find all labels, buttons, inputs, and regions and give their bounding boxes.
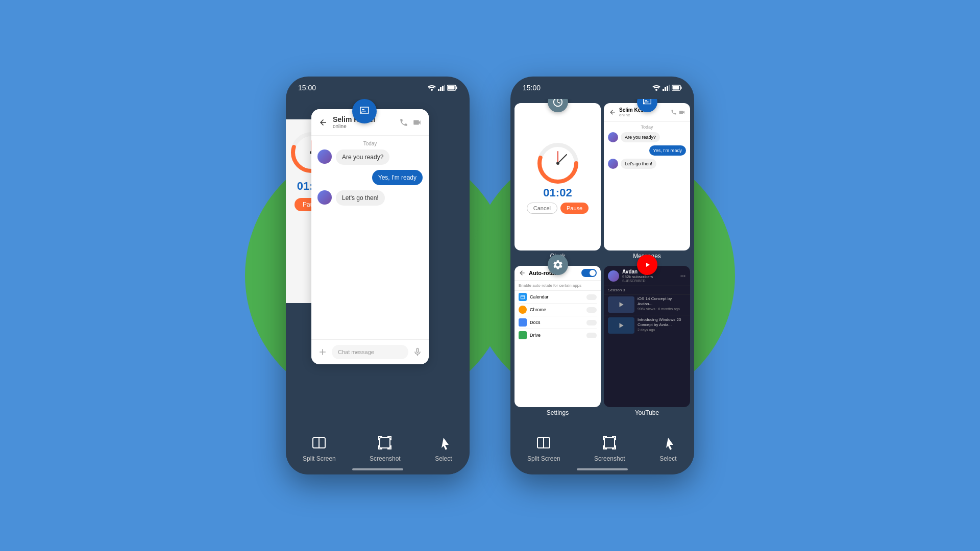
phone2: 15:00 — [510, 77, 694, 474]
svg-point-18 — [655, 89, 657, 91]
svg-rect-2 — [440, 87, 442, 91]
back-arrow-p2 — [609, 109, 616, 116]
svg-rect-33 — [645, 102, 648, 102]
clock-arc-svg-p2 — [535, 140, 581, 186]
video-icon-p2 — [679, 109, 685, 115]
drive-label-p2: Drive — [530, 333, 541, 338]
messages-inner-p2: Selim Kestel online — [604, 103, 690, 251]
phone1-messages-card[interactable]: Selim Kestel online — [311, 109, 429, 364]
phone1-time: 15:00 — [298, 84, 316, 92]
svg-rect-1 — [438, 89, 439, 91]
youtube-icon-p2 — [642, 261, 653, 269]
messages-input-area-p1: Chat message — [311, 339, 429, 364]
mic-icon-p1[interactable] — [412, 347, 423, 357]
play-icon-2 — [618, 322, 625, 329]
phone1-recents: 01:02 Pause — [286, 99, 470, 423]
bubble-received-2: Let's go then! — [336, 190, 385, 206]
play-icon-1 — [618, 301, 625, 308]
pause-btn-p2[interactable]: Pause — [560, 203, 589, 214]
add-icon-p1[interactable] — [317, 347, 328, 357]
phone1: 15:00 — [286, 77, 470, 474]
messages-icon-p2 — [642, 99, 653, 108]
drive-icon-p2 — [519, 331, 527, 339]
phone2-time: 15:00 — [523, 84, 541, 92]
screenshot-svg-p1 — [378, 436, 392, 450]
drive-toggle[interactable] — [586, 333, 597, 338]
svg-marker-42 — [620, 302, 624, 307]
yt-video-1[interactable]: iOS 14 Concept by Avdan... 996k views · … — [604, 294, 690, 315]
select-icon-p1 — [434, 434, 453, 452]
split-screen-icon-p1 — [310, 434, 328, 452]
chrome-icon-p2 — [519, 306, 527, 314]
nav-split-screen-p1[interactable]: Split Screen — [303, 434, 336, 462]
split-screen-icon-p2 — [534, 434, 553, 452]
yt-subscribed: SUBSCRIBED — [622, 279, 653, 283]
phone2-wrapper: 15:00 — [510, 77, 694, 474]
battery-icon-p2 — [672, 85, 682, 91]
yt-video-meta-2: 2 days ago — [638, 328, 686, 332]
p2-bubble-sent: Yes, I'm ready — [649, 145, 686, 156]
clock-inner-p2: 01:02 Cancel Pause — [514, 103, 601, 251]
messages-date-p1: Today — [311, 136, 429, 149]
docs-toggle[interactable] — [586, 320, 597, 325]
yt-video-title-1: iOS 14 Concept by Avdan... — [638, 296, 686, 307]
avatar-1 — [317, 149, 332, 164]
svg-rect-35 — [521, 295, 525, 299]
phone1-app-cards: 01:02 Pause — [286, 99, 470, 423]
yt-thumb-2 — [608, 317, 634, 334]
split-screen-label-p2: Split Screen — [527, 455, 560, 462]
settings-item-docs: Docs — [519, 316, 597, 329]
chrome-label-p2: Chrome — [530, 307, 546, 312]
youtube-label-p2: YouTube — [604, 407, 690, 416]
phone1-home-indicator — [352, 468, 403, 470]
chat-input-p1[interactable]: Chat message — [332, 345, 408, 359]
msg-row-1: Are you ready? — [317, 149, 423, 165]
yt-video-title-2: Introducing Windows 20 Concept by Avda..… — [638, 317, 686, 328]
settings-toggle-p2[interactable] — [581, 269, 597, 277]
messages-cell-p2[interactable]: Selim Kestel online — [604, 103, 690, 263]
svg-rect-19 — [663, 89, 664, 91]
back-icon-settings-p2 — [519, 269, 526, 277]
split-screen-svg-p2 — [536, 436, 551, 450]
msg-row-2: Let's go then! — [317, 190, 423, 206]
yt-video-2[interactable]: Introducing Windows 20 Concept by Avda..… — [604, 315, 690, 336]
settings-inner-p2: Auto-rotate Enable auto-rotate for certa… — [514, 266, 601, 407]
svg-rect-3 — [442, 86, 444, 91]
settings-item-calendar: Calendar — [519, 291, 597, 304]
clock-icon-p2 — [552, 99, 564, 108]
msg-p2-date: Today — [604, 122, 690, 132]
select-label-p1: Select — [435, 455, 452, 462]
nav-screenshot-p2[interactable]: Screenshot — [594, 434, 625, 462]
svg-point-0 — [431, 89, 433, 91]
msg-p2-action-icons — [671, 109, 685, 115]
msg-sent-1: Yes, I'm ready — [317, 170, 423, 185]
yt-video-info-1: iOS 14 Concept by Avdan... 996k views · … — [638, 296, 686, 313]
select-label-p2: Select — [659, 455, 676, 462]
phone2-status-icons — [652, 85, 682, 91]
phone2-status-bar: 15:00 — [510, 77, 694, 96]
nav-select-p1[interactable]: Select — [434, 434, 453, 462]
calendar-toggle[interactable] — [586, 294, 597, 300]
gear-icon-p2 — [552, 259, 564, 270]
nav-select-p2[interactable]: Select — [659, 434, 677, 462]
nav-split-screen-p2[interactable]: Split Screen — [527, 434, 560, 462]
split-screen-label-p1: Split Screen — [303, 455, 336, 462]
svg-rect-4 — [444, 85, 445, 91]
chrome-toggle[interactable] — [586, 307, 597, 313]
screenshot-icon-p2 — [600, 434, 619, 452]
settings-cell-p2[interactable]: Auto-rotate Enable auto-rotate for certa… — [514, 266, 601, 419]
calendar-svg — [520, 294, 525, 299]
youtube-cell-p2[interactable]: Avdan 952k subscribers SUBSCRIBED — [604, 266, 690, 419]
bubble-sent-1: Yes, I'm ready — [372, 170, 423, 185]
cancel-btn-p2[interactable]: Cancel — [527, 203, 557, 214]
svg-marker-43 — [620, 323, 624, 328]
svg-rect-34 — [679, 111, 683, 114]
yt-video-info-2: Introducing Windows 20 Concept by Avda..… — [638, 317, 686, 334]
settings-items-list-p2: Calendar Chrome Docs — [514, 291, 601, 341]
clock-cell-p2[interactable]: 01:02 Cancel Pause Clock — [514, 103, 601, 263]
p2-avatar-2 — [608, 159, 618, 169]
contact-status-p1: online — [333, 123, 394, 129]
msg-p2-row-1: Are you ready? — [608, 132, 686, 142]
settings-subtitle-p2: Enable auto-rotate for certain apps — [514, 281, 601, 291]
nav-screenshot-p1[interactable]: Screenshot — [370, 434, 401, 462]
